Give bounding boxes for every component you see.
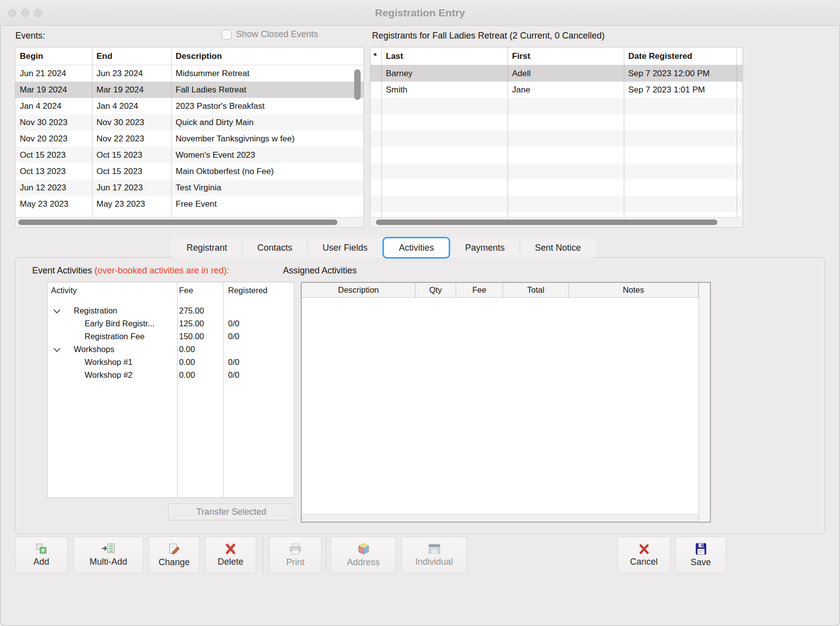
registrant-last[interactable]: Smith <box>381 82 508 98</box>
tree-row-group[interactable]: Registration 275.00 <box>47 305 294 317</box>
events-vertical-scrollbar[interactable] <box>354 69 361 100</box>
event-description[interactable]: November Tanksgivnings w fee) <box>171 131 364 147</box>
event-row[interactable]: Jan 4 2024 Jan 4 2024 2023 Pastor's Brea… <box>15 98 364 114</box>
event-begin[interactable]: Jan 4 2024 <box>15 98 92 114</box>
disclosure-chevron-icon[interactable] <box>53 345 60 352</box>
event-description[interactable]: Fall Ladies Retreat <box>171 82 364 98</box>
registrant-empty-row[interactable] <box>371 98 743 114</box>
event-end[interactable]: Jun 23 2024 <box>92 65 171 82</box>
activity-name[interactable]: Registration Fee <box>85 332 144 341</box>
registrant-empty-row[interactable] <box>371 196 743 212</box>
tree-row-group[interactable]: Workshops 0.00 <box>47 343 294 356</box>
tree-col-registered[interactable]: Registered <box>228 286 268 295</box>
activity-name[interactable]: Workshop #2 <box>85 370 133 380</box>
assigned-col-description[interactable]: Description <box>302 283 416 297</box>
events-col-begin[interactable]: Begin <box>15 47 92 65</box>
registrants-horizontal-scrollbar-track[interactable] <box>371 217 742 226</box>
activity-name[interactable]: Workshop #1 <box>85 358 133 367</box>
event-row[interactable]: Oct 15 2023 Oct 15 2023 Women's Event 20… <box>15 147 364 163</box>
registrant-empty-row[interactable] <box>371 163 743 179</box>
event-row[interactable]: Nov 30 2023 Nov 30 2023 Quick and Dirty … <box>15 114 364 131</box>
event-end[interactable]: Mar 19 2024 <box>92 82 171 98</box>
multi-add-button[interactable]: Multi-Add <box>73 537 143 573</box>
close-window-button[interactable] <box>8 9 16 17</box>
registrants-col-first[interactable]: First <box>508 47 624 65</box>
tab-user-fields[interactable]: User Fields <box>308 238 382 258</box>
registrants-col-last[interactable]: Last <box>381 47 508 65</box>
assigned-col-total[interactable]: Total <box>503 283 569 297</box>
cancel-button[interactable]: Cancel <box>617 537 670 573</box>
registrant-flag[interactable] <box>371 82 381 98</box>
event-begin[interactable]: Nov 20 2023 <box>15 131 92 147</box>
event-end[interactable]: Nov 30 2023 <box>92 114 171 131</box>
events-horizontal-scrollbar-thumb[interactable] <box>18 220 337 225</box>
event-description[interactable]: Free Event <box>171 196 364 212</box>
registrant-empty-row[interactable] <box>371 131 743 147</box>
event-description[interactable]: Women's Event 2023 <box>171 147 364 163</box>
tab-contacts[interactable]: Contacts <box>242 238 307 258</box>
event-begin[interactable]: Jun 21 2024 <box>15 65 92 82</box>
assigned-col-notes[interactable]: Notes <box>569 283 699 297</box>
assigned-vertical-scrollbar-track[interactable] <box>699 283 710 522</box>
event-begin[interactable]: Nov 30 2023 <box>15 114 92 131</box>
tree-col-activity[interactable]: Activity <box>51 286 77 295</box>
events-horizontal-scrollbar-track[interactable] <box>16 217 363 226</box>
activity-name[interactable]: Workshops <box>74 345 114 354</box>
event-begin[interactable]: May 23 2023 <box>15 196 92 212</box>
individual-button[interactable]: Individual <box>401 537 467 573</box>
transfer-selected-button[interactable]: Transfer Selected <box>168 503 294 520</box>
events-col-description[interactable]: Description <box>171 47 364 65</box>
event-end[interactable]: Jun 17 2023 <box>92 179 171 196</box>
event-description[interactable]: Test Virginia <box>171 179 364 196</box>
tab-registrant[interactable]: Registrant <box>172 238 242 258</box>
tree-row-item[interactable]: Registration Fee 150.00 0/0 <box>47 330 294 343</box>
registrant-last[interactable]: Barney <box>381 65 508 82</box>
event-row[interactable]: Oct 13 2023 Oct 15 2023 Main Oktoberfest… <box>15 163 364 179</box>
print-button[interactable]: Print <box>269 537 322 573</box>
event-row-selected[interactable]: Mar 19 2024 Mar 19 2024 Fall Ladies Retr… <box>15 82 364 98</box>
event-begin[interactable]: Oct 13 2023 <box>15 163 92 179</box>
registrant-first[interactable]: Adell <box>508 65 624 82</box>
tree-row-item[interactable]: Early Bird Registr... 125.00 0/0 <box>47 317 294 330</box>
tree-row-item[interactable]: Workshop #1 0.00 0/0 <box>47 356 294 369</box>
event-begin[interactable]: Jun 12 2023 <box>15 179 92 196</box>
event-row[interactable]: May 23 2023 May 23 2023 Free Event <box>15 196 364 212</box>
event-row[interactable]: Jun 21 2024 Jun 23 2024 Midsummer Retrea… <box>15 65 364 82</box>
registrants-horizontal-scrollbar-thumb[interactable] <box>376 220 717 225</box>
event-description[interactable]: Quick and Dirty Main <box>171 114 364 131</box>
assigned-horizontal-scrollbar-track[interactable] <box>302 514 699 522</box>
checkbox-box-icon[interactable] <box>222 30 232 40</box>
event-begin[interactable]: Oct 15 2023 <box>15 147 92 163</box>
event-begin[interactable]: Mar 19 2024 <box>15 82 92 98</box>
zoom-window-button[interactable] <box>34 9 42 17</box>
activity-name[interactable]: Registration <box>74 306 117 315</box>
event-end[interactable]: Oct 15 2023 <box>92 147 171 163</box>
events-col-end[interactable]: End <box>92 47 171 65</box>
registrant-empty-row[interactable] <box>371 114 743 131</box>
minimize-window-button[interactable] <box>21 9 29 17</box>
change-button[interactable]: Change <box>148 537 200 573</box>
event-end[interactable]: May 23 2023 <box>92 196 171 212</box>
event-end[interactable]: Jan 4 2024 <box>92 98 171 114</box>
registrant-empty-row[interactable] <box>371 147 743 163</box>
registrant-flag[interactable] <box>371 65 381 82</box>
event-description[interactable]: 2023 Pastor's Breakfast <box>171 98 364 114</box>
registrant-empty-row[interactable] <box>371 179 743 196</box>
tab-sent-notice[interactable]: Sent Notice <box>520 238 596 258</box>
tab-payments[interactable]: Payments <box>450 238 519 258</box>
registrant-date[interactable]: Sep 7 2023 1:01 PM <box>624 82 743 98</box>
add-button[interactable]: Add <box>15 537 68 573</box>
address-button[interactable]: Address <box>330 537 396 573</box>
event-end[interactable]: Nov 22 2023 <box>92 131 171 147</box>
registrants-col-date[interactable]: Date Registered <box>624 47 743 65</box>
event-row[interactable]: Nov 20 2023 Nov 22 2023 November Tanksgi… <box>15 131 364 147</box>
registrants-col-star[interactable]: * <box>371 47 381 65</box>
tab-activities[interactable]: Activities <box>382 237 450 259</box>
activity-name[interactable]: Early Bird Registr... <box>85 319 154 328</box>
tree-col-fee[interactable]: Fee <box>179 286 193 295</box>
registrant-row[interactable]: Smith Jane Sep 7 2023 1:01 PM <box>371 82 743 98</box>
save-button[interactable]: Save <box>675 537 726 573</box>
disclosure-chevron-icon[interactable] <box>53 307 60 313</box>
event-description[interactable]: Midsummer Retreat <box>171 65 364 82</box>
registrant-row-selected[interactable]: Barney Adell Sep 7 2023 12:00 PM <box>371 65 743 82</box>
